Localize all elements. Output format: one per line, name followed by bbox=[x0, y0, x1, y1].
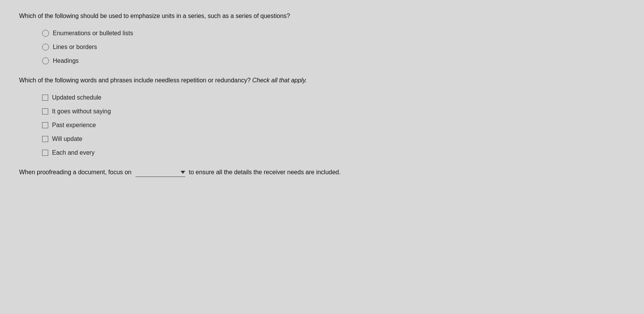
option-each-every-label: Each and every bbox=[52, 149, 95, 156]
radio-enumerations[interactable] bbox=[42, 30, 49, 37]
list-item: Each and every bbox=[42, 149, 625, 156]
focus-dropdown[interactable]: completeness accuracy clarity concisenes… bbox=[135, 168, 185, 177]
list-item: Updated schedule bbox=[42, 94, 625, 101]
checkbox-without-saying[interactable] bbox=[42, 108, 48, 114]
list-item: Lines or borders bbox=[42, 44, 625, 51]
option-updated-schedule-label: Updated schedule bbox=[52, 94, 101, 101]
question-2-text: Which of the following words and phrases… bbox=[19, 76, 625, 85]
list-item: Will update bbox=[42, 136, 625, 142]
list-item: Past experience bbox=[42, 122, 625, 129]
option-without-saying-label: It goes without saying bbox=[52, 108, 111, 115]
option-enumerations-label: Enumerations or bulleted lists bbox=[53, 30, 133, 37]
radio-headings[interactable] bbox=[42, 57, 49, 64]
checkbox-will-update[interactable] bbox=[42, 136, 48, 142]
fill-in-sentence: When proofreading a document, focus on c… bbox=[19, 168, 625, 177]
list-item: Enumerations or bulleted lists bbox=[42, 30, 625, 37]
checkbox-updated-schedule[interactable] bbox=[42, 95, 48, 101]
option-past-experience-label: Past experience bbox=[52, 122, 96, 129]
option-will-update-label: Will update bbox=[52, 136, 82, 142]
option-headings-label: Headings bbox=[53, 57, 79, 64]
question-1-options: Enumerations or bulleted lists Lines or … bbox=[19, 30, 625, 64]
list-item: Headings bbox=[42, 57, 625, 64]
dropdown-container: completeness accuracy clarity concisenes… bbox=[135, 168, 185, 177]
checkbox-past-experience[interactable] bbox=[42, 122, 48, 128]
page-container: Which of the following should be used to… bbox=[0, 0, 644, 314]
fill-in-after-text: to ensure all the details the receiver n… bbox=[189, 169, 341, 176]
list-item: It goes without saying bbox=[42, 108, 625, 115]
checkbox-each-every[interactable] bbox=[42, 150, 48, 156]
radio-lines-borders[interactable] bbox=[42, 44, 49, 51]
question-1-text: Which of the following should be used to… bbox=[19, 11, 625, 21]
option-lines-borders-label: Lines or borders bbox=[53, 44, 97, 51]
question-2-options: Updated schedule It goes without saying … bbox=[19, 94, 625, 156]
question-1-block: Which of the following should be used to… bbox=[19, 11, 625, 64]
question-3-block: When proofreading a document, focus on c… bbox=[19, 168, 625, 177]
fill-in-before-text: When proofreading a document, focus on bbox=[19, 169, 132, 176]
question-2-block: Which of the following words and phrases… bbox=[19, 76, 625, 156]
